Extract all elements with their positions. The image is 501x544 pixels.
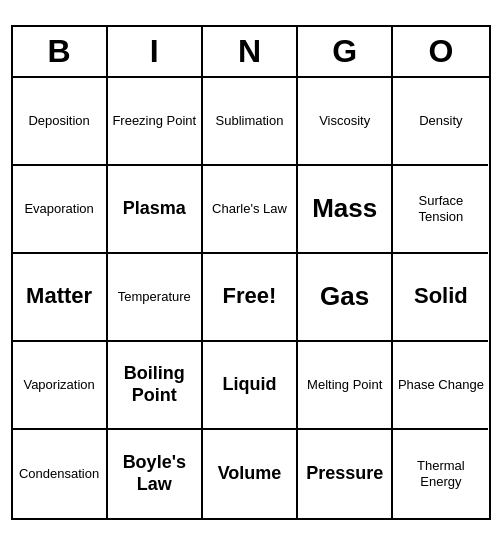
bingo-card: BINGO DepositionFreezing PointSublimatio… [11,25,491,520]
bingo-cell[interactable]: Free! [203,254,298,342]
header-letter: B [13,27,108,76]
bingo-cell[interactable]: Density [393,78,488,166]
bingo-cell[interactable]: Solid [393,254,488,342]
bingo-cell[interactable]: Pressure [298,430,393,518]
bingo-cell[interactable]: Plasma [108,166,203,254]
bingo-cell[interactable]: Sublimation [203,78,298,166]
bingo-cell[interactable]: Boyle's Law [108,430,203,518]
bingo-cell[interactable]: Charle's Law [203,166,298,254]
header-letter: I [108,27,203,76]
bingo-cell[interactable]: Liquid [203,342,298,430]
bingo-cell[interactable]: Temperature [108,254,203,342]
bingo-cell[interactable]: Surface Tension [393,166,488,254]
bingo-cell[interactable]: Matter [13,254,108,342]
bingo-header: BINGO [13,27,489,78]
bingo-cell[interactable]: Deposition [13,78,108,166]
header-letter: G [298,27,393,76]
bingo-cell[interactable]: Gas [298,254,393,342]
bingo-cell[interactable]: Condensation [13,430,108,518]
bingo-cell[interactable]: Boiling Point [108,342,203,430]
bingo-cell[interactable]: Evaporation [13,166,108,254]
bingo-cell[interactable]: Mass [298,166,393,254]
bingo-cell[interactable]: Freezing Point [108,78,203,166]
bingo-cell[interactable]: Thermal Energy [393,430,488,518]
bingo-grid: DepositionFreezing PointSublimationVisco… [13,78,489,518]
bingo-cell[interactable]: Vaporization [13,342,108,430]
header-letter: O [393,27,488,76]
bingo-cell[interactable]: Volume [203,430,298,518]
bingo-cell[interactable]: Melting Point [298,342,393,430]
header-letter: N [203,27,298,76]
bingo-cell[interactable]: Phase Change [393,342,488,430]
bingo-cell[interactable]: Viscosity [298,78,393,166]
